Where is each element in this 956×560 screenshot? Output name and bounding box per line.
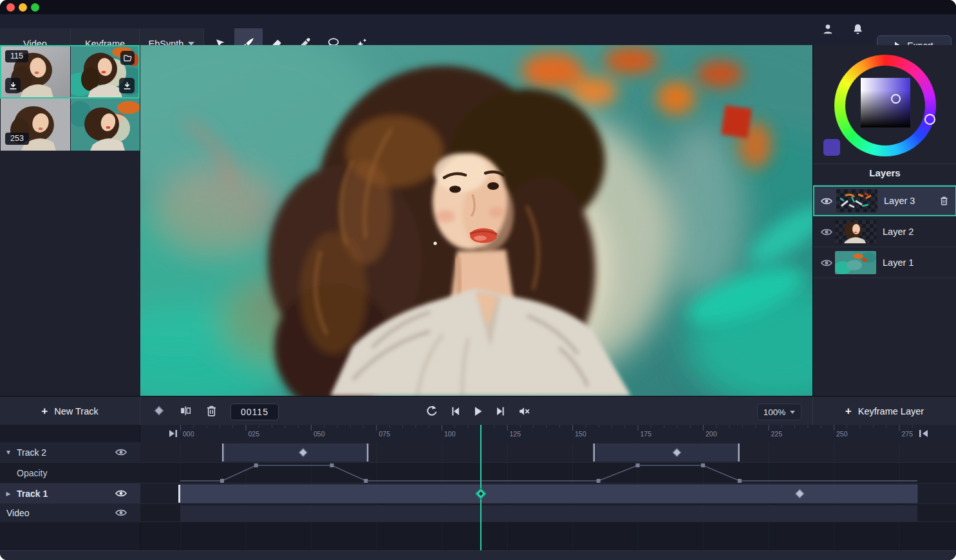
opacity-curve-node[interactable] [597,479,601,483]
clip-out-handle[interactable] [738,443,740,462]
split-clip-button[interactable] [177,402,194,419]
add-keyframe-button[interactable] [151,402,167,419]
opacity-curve-node[interactable] [330,463,333,467]
track1-header[interactable]: ▶ Track 1 [0,483,140,504]
jump-end-icon[interactable] [169,430,177,437]
opacity-curve[interactable] [180,465,917,481]
timeline-canvas[interactable]: 000025050075100125150175200225250275 [140,425,956,550]
opacity-curve-node[interactable] [738,479,742,483]
prev-frame-icon [448,404,462,418]
track-name: Track 1 [17,489,48,499]
ruler-tick [533,425,534,428]
download-keyframe-button[interactable] [5,78,21,93]
caret-right-icon[interactable]: ▶ [0,490,17,497]
video-clip[interactable] [180,505,917,522]
ruler-tick [769,425,769,431]
ruler-tick [585,425,586,428]
ruler-tick [468,425,469,428]
ruler-tick [690,425,691,428]
clip-out-handle[interactable] [367,443,369,462]
panel-divider [813,163,956,164]
close-window-button[interactable] [6,3,15,12]
ruler-tick [599,425,599,428]
ruler-label: 250 [836,430,848,438]
ruler-tick [259,425,259,428]
video-track-header[interactable]: Video [0,504,140,522]
opacity-subtrack-header[interactable]: Opacity [0,463,140,483]
ruler-tick [520,425,521,428]
layers-panel-title: Layers [813,167,956,178]
ruler-tick [559,425,560,428]
opacity-curve-node[interactable] [364,479,368,483]
track2-clip[interactable] [222,443,368,462]
loop-playback-button[interactable] [422,402,440,420]
jump-start-icon[interactable] [919,430,928,437]
track2-clip[interactable] [593,443,739,462]
opacity-curve-node[interactable] [636,463,640,467]
download-styled-button[interactable] [119,78,135,93]
new-track-button[interactable]: + New Track [0,397,140,425]
layer-thumbnail [836,189,877,212]
delete-layer-button[interactable] [939,195,950,207]
ruler-tick [402,425,403,428]
open-folder-button[interactable] [120,51,135,65]
ruler-tick [429,425,429,428]
opacity-curve-node[interactable] [220,479,224,483]
next-frame-button[interactable] [492,402,510,420]
layer-thumbnail [835,251,876,274]
ruler-tick [755,425,756,428]
track-visibility-toggle[interactable] [115,489,127,498]
maximize-window-button[interactable] [31,3,39,12]
ruler-tick [180,425,181,431]
ruler-tick [442,425,442,431]
layer-row-2[interactable]: Layer 2 [813,216,956,247]
user-button[interactable] [819,20,837,38]
play-button[interactable] [469,402,487,420]
previous-frame-button[interactable] [446,402,464,420]
plus-icon: + [845,406,852,416]
layer-row-3[interactable]: Layer 3 [813,185,956,216]
opacity-curve-node[interactable] [254,463,258,467]
ruler-tick [285,425,285,428]
track2-header[interactable]: ▼ Track 2 [0,442,140,463]
layer-label: Layer 3 [884,196,915,206]
ruler-label: 025 [248,430,260,438]
ruler-tick [207,425,207,428]
clip-in-handle[interactable] [222,443,224,462]
caret-down-icon[interactable]: ▼ [0,449,17,456]
ruler-tick [664,425,664,428]
frame-counter-input[interactable] [230,404,279,420]
mute-button[interactable] [515,402,533,420]
minimize-window-button[interactable] [19,3,27,12]
timeline-toolbar: + New Track 100% [0,396,956,425]
keyframe-styled-thumbnail-253[interactable] [71,98,140,151]
layer-visibility-toggle[interactable] [820,258,833,268]
track1-clip[interactable] [180,485,917,503]
sv-picker-handle[interactable] [891,94,901,104]
track-visibility-toggle[interactable] [115,447,127,457]
timeline-zoom-dropdown[interactable]: 100% [757,404,801,420]
ruler-tick [246,425,247,431]
delete-keyframe-button[interactable] [203,402,220,419]
current-color-swatch[interactable] [823,139,840,156]
status-strip [0,550,956,560]
ruler-tick [220,425,220,428]
add-keyframe-layer-button[interactable]: + Keyframe Layer [812,397,956,425]
layer-visibility-toggle[interactable] [820,227,833,237]
ruler-tick [193,425,194,428]
trash-icon [939,195,950,207]
split-clip-icon [178,404,192,418]
clip-in-handle[interactable] [593,443,595,462]
ruler-tick [794,425,795,428]
hue-picker-handle[interactable] [924,114,935,125]
clip-in-handle[interactable] [178,485,180,503]
paint-canvas[interactable] [140,45,812,396]
play-icon [471,404,485,418]
track-visibility-toggle[interactable] [115,508,127,518]
layer-row-1[interactable]: Layer 1 [813,247,956,278]
playhead[interactable] [480,425,482,550]
notifications-button[interactable] [848,20,867,38]
opacity-curve-node[interactable] [701,463,705,467]
layer-visibility-toggle[interactable] [820,196,833,206]
saturation-value-square[interactable] [861,78,910,127]
